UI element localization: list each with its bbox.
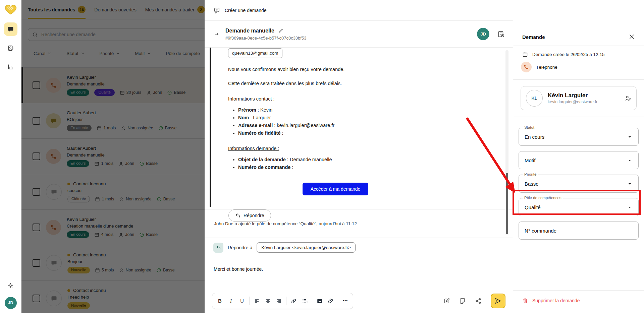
request-row[interactable]: Contact inconnu Bonjour Nouvelle 5 mois … xyxy=(21,245,205,280)
create-request-button[interactable]: Créer une demande xyxy=(225,8,267,13)
send-button[interactable] xyxy=(491,294,505,308)
insert-image-button[interactable] xyxy=(314,295,325,307)
contact-name: Kévin Larguier xyxy=(67,217,158,222)
status-select[interactable]: Statut En cours xyxy=(519,128,639,146)
field-label: Statut xyxy=(523,125,536,129)
sender-email-chip[interactable]: quevain13@gmail.com xyxy=(228,48,282,58)
close-panel-button[interactable] xyxy=(629,34,635,40)
tab-my-requests[interactable]: Mes demandes à traiter 2 xyxy=(145,0,205,19)
share-icon xyxy=(475,298,482,304)
thread-scrollbar[interactable] xyxy=(505,50,508,235)
status-badge: En attente xyxy=(67,125,92,131)
align-right-button[interactable] xyxy=(273,295,284,307)
activity-text: John Doe a ajouté le pôle de compétence … xyxy=(214,221,357,226)
age-meta: 1 mois xyxy=(97,126,116,131)
scrollbar-thumb[interactable] xyxy=(506,173,508,234)
request-subject: Bonjour xyxy=(67,259,175,264)
internal-note-button[interactable] xyxy=(459,298,466,304)
row-checkbox[interactable] xyxy=(33,81,40,89)
person-icon xyxy=(121,126,126,131)
pole-competences-select[interactable]: Pôle de compétences Qualité xyxy=(519,198,639,216)
nav-contacts-button[interactable] xyxy=(4,41,17,55)
count-badge: 16 xyxy=(78,6,86,13)
request-row[interactable]: Contact inconnu coucou Clôturée 1 mois N… xyxy=(21,174,205,209)
request-subject: coucou xyxy=(67,188,175,193)
row-checkbox[interactable] xyxy=(33,259,40,267)
request-subject: BOnjour xyxy=(67,117,176,122)
tab-label: Demandes ouvertes xyxy=(94,7,136,12)
row-checkbox[interactable] xyxy=(33,152,40,160)
count-badge: 2 xyxy=(197,6,205,13)
more-options-button[interactable]: ••• xyxy=(340,295,351,307)
tab-open-requests[interactable]: Demandes ouvertes xyxy=(94,0,136,19)
status-badge: En cours xyxy=(67,231,89,238)
paperclip-icon xyxy=(328,298,333,304)
nav-requests-button[interactable] xyxy=(4,22,17,36)
collapse-panel-button[interactable] xyxy=(213,31,219,38)
row-checkbox[interactable] xyxy=(33,295,40,302)
email-section-heading: Informations demande : xyxy=(228,146,443,151)
italic-button[interactable]: I xyxy=(225,295,236,307)
contact-name: Gautier Aubert xyxy=(67,146,158,151)
note-icon xyxy=(459,298,466,304)
priority-gauge-icon xyxy=(157,197,162,202)
settings-button[interactable] xyxy=(4,279,17,292)
tab-label: Toutes les demandes xyxy=(28,7,75,12)
person-icon xyxy=(118,161,123,166)
bold-button[interactable]: B xyxy=(214,295,225,307)
contact-name: Kévin Larguier xyxy=(67,75,185,80)
row-checkbox[interactable] xyxy=(33,224,40,231)
filter-motif[interactable]: Motif xyxy=(135,51,151,56)
filter-priorite[interactable]: Priorité xyxy=(100,51,120,56)
status-badge: Clôturée xyxy=(67,196,90,202)
brand-heart-logo xyxy=(4,3,17,16)
recipient-chip[interactable]: Kévin Larguier <kevin.larguier@easiware.… xyxy=(257,242,356,253)
filter-pole[interactable]: Pôle de compéte xyxy=(166,51,200,56)
request-row[interactable]: Gautier Aubert BOnjour En attente 1 mois… xyxy=(21,103,205,138)
unknown-contact-dot xyxy=(67,289,70,292)
unknown-contact-dot xyxy=(67,183,70,185)
delete-request-button[interactable]: Supprimer la demande xyxy=(513,290,644,313)
saved-replies-button[interactable] xyxy=(443,298,450,304)
share-button[interactable] xyxy=(475,298,482,304)
filter-bar: Canal Statut Priorité Motif Pôle de comp… xyxy=(34,51,205,56)
caret-down-icon xyxy=(627,181,633,187)
order-number-input[interactable]: N° commande xyxy=(519,222,639,240)
history-button[interactable] xyxy=(497,30,505,38)
search-input[interactable]: Rechercher une demande xyxy=(28,28,205,41)
chevron-down-icon xyxy=(147,51,151,56)
underline-button[interactable]: U xyxy=(236,295,248,307)
edit-contact-button[interactable] xyxy=(625,95,631,102)
filter-canal[interactable]: Canal xyxy=(34,51,52,56)
align-left-button[interactable] xyxy=(251,295,262,307)
list-button[interactable] xyxy=(299,295,310,307)
align-left-icon xyxy=(254,298,260,304)
attach-file-button[interactable] xyxy=(325,295,336,307)
row-checkbox[interactable] xyxy=(33,117,40,125)
assignee-avatar[interactable]: JD xyxy=(477,28,489,40)
motif-select[interactable]: Motif xyxy=(519,151,639,169)
access-request-button[interactable]: Accéder à ma demande xyxy=(303,183,369,195)
calendar-icon xyxy=(522,52,528,57)
bar-chart-icon xyxy=(7,64,14,70)
request-rows: Kévin Larguier Demande manuelle En cours… xyxy=(21,67,205,313)
nav-stats-button[interactable] xyxy=(4,60,17,73)
user-avatar[interactable]: JD xyxy=(5,297,17,309)
filter-label: Motif xyxy=(135,51,145,56)
align-center-button[interactable] xyxy=(262,295,273,307)
edit-title-button[interactable] xyxy=(278,28,283,34)
chevron-down-icon xyxy=(116,51,120,56)
row-checkbox[interactable] xyxy=(33,188,40,196)
contact-avatar: KL xyxy=(526,90,543,107)
request-row[interactable]: Contact inconnu I need help Nouvelle xyxy=(21,280,205,313)
link-button[interactable] xyxy=(288,295,299,307)
contact-card[interactable]: KL Kévin Larguier kevin.larguier@easiwar… xyxy=(521,86,637,110)
chevron-down-icon xyxy=(47,51,52,56)
request-row[interactable]: Kévin Larguier Création manuelle d'une d… xyxy=(21,209,205,245)
filter-statut[interactable]: Statut xyxy=(66,51,85,56)
request-row-selected[interactable]: Kévin Larguier Demande manuelle En cours… xyxy=(21,67,205,103)
request-row[interactable]: Gautier Aubert Demande manuelle En cours… xyxy=(21,138,205,174)
tab-all-requests[interactable]: Toutes les demandes 16 xyxy=(28,0,86,19)
priority-select[interactable]: Priorité Basse xyxy=(519,175,639,193)
reply-draft-text[interactable]: Merci et bonne journée. xyxy=(214,266,263,272)
